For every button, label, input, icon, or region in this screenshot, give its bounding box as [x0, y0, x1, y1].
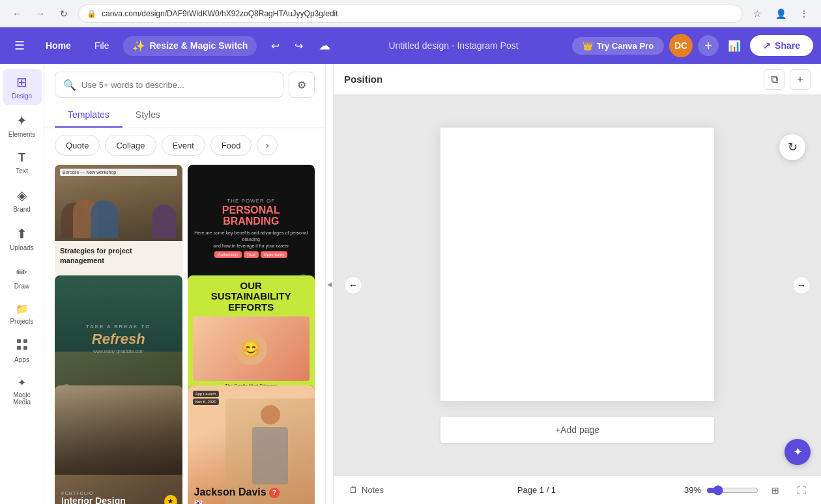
canvas-copy-button[interactable]: ⧉ [764, 69, 785, 90]
strategies-header: Borcolle — New workshop [60, 169, 177, 176]
svg-rect-1 [23, 339, 27, 343]
svg-rect-0 [17, 339, 21, 343]
zoom-slider[interactable] [706, 485, 758, 496]
tab-styles[interactable]: Styles [122, 103, 173, 128]
jackson-chip-row-2: Nov 6, 2020 [193, 399, 310, 405]
browser-profile-button[interactable]: 👤 [771, 5, 790, 23]
sidebar-item-draw[interactable]: ✏ Draw [3, 259, 42, 295]
jackson-flag: 🇰🇷 [194, 499, 202, 504]
strategies-title: Strategies for project management [60, 246, 177, 265]
tab-templates[interactable]: Templates [55, 103, 122, 128]
address-bar[interactable]: 🔒 canva.com/design/DAF9tWldKW0/hX92zoQ8R… [78, 5, 743, 23]
browser-star-button[interactable]: ☆ [748, 5, 766, 23]
notes-button[interactable]: 🗒 Notes [344, 483, 389, 497]
nav-chart-button[interactable]: 📊 [724, 35, 745, 56]
view-grid-button[interactable]: ⊞ [766, 481, 785, 499]
fullscreen-button[interactable]: ⛶ [792, 481, 811, 499]
chip-event[interactable]: Event [162, 135, 205, 156]
draw-icon: ✏ [16, 264, 27, 280]
nav-file-button[interactable]: File [85, 36, 119, 55]
browser-forward-button[interactable]: → [31, 5, 50, 23]
strategies-header-text: Borcolle — New workshop [63, 170, 116, 175]
nav-cloud-button[interactable]: ☁ [314, 35, 335, 56]
nav-home-button[interactable]: Home [36, 36, 80, 55]
sidebar-item-apps[interactable]: Apps [3, 333, 42, 369]
sidebar-item-projects[interactable]: 📁 Projects [3, 298, 42, 330]
interior-title: Interior Design [61, 496, 126, 504]
template-card-strategies[interactable]: Borcolle — New workshop Strategies for p… [55, 165, 182, 292]
sidebar-item-label: Design [12, 92, 32, 100]
nav-redo-button[interactable]: ↪ [288, 35, 309, 56]
browser-menu-button[interactable]: ⋮ [795, 5, 813, 23]
interior-label: PORTFOLIO [61, 491, 93, 496]
sidebar-item-brand[interactable]: ◈ Brand [3, 182, 42, 218]
avatar[interactable]: DC [669, 34, 693, 57]
nav-magic-switch-button[interactable]: ✨ Resize & Magic Switch [123, 36, 257, 56]
branding-title: THE POWER OF PERSONALBRANDING [222, 199, 280, 227]
sidebar-item-label: Text [16, 167, 27, 175]
template-card-interior[interactable]: PORTFOLIO Interior Design ★ [55, 385, 182, 504]
chip-collage[interactable]: Collage [105, 135, 156, 156]
jackson-name: Jackson Davis [194, 486, 266, 498]
magic-icon: ✨ [132, 40, 145, 52]
nav-plus-button[interactable]: + [698, 35, 719, 56]
left-panel: 🔍 ⚙ Templates Styles Quote Collage Event… [44, 64, 326, 504]
projects-icon: 📁 [16, 303, 29, 315]
nav-undo-button[interactable]: ↩ [265, 35, 285, 56]
search-input[interactable] [81, 80, 275, 90]
browser-back-button[interactable]: ← [8, 5, 26, 23]
refresh-subtitle: TAKE A BREAK TO [86, 324, 151, 329]
nav-hamburger-button[interactable]: ☰ [8, 34, 31, 57]
sidebar-item-uploads[interactable]: ⬆ Uploads [3, 221, 42, 257]
branding-chip: Trust [244, 251, 259, 258]
canvas-nav-left[interactable]: ← [344, 276, 362, 294]
template-card-jackson[interactable]: App Launch Nov 6, 2020 Jackson Davis ? 🇰… [188, 385, 315, 504]
lock-icon: 🔒 [87, 9, 96, 18]
template-grid: Borcolle — New workshop Strategies for p… [44, 162, 325, 504]
share-label: Share [775, 40, 800, 51]
refresh-footer: www.really greatsite.com [93, 349, 143, 354]
template-card-sustainability[interactable]: OURSUSTAINABILITYEFFORTS 😊 The Gentle Ki… [188, 275, 315, 403]
panel-tabs: Templates Styles [44, 103, 325, 128]
sidebar-item-label: Draw [14, 283, 29, 290]
canvas-toolbar-title: Position [344, 74, 758, 85]
sidebar-item-label: Brand [13, 206, 31, 213]
crown-icon: 👑 [583, 41, 593, 51]
canvas-add-button[interactable]: + [790, 69, 811, 90]
help-button[interactable]: ✦ [785, 439, 811, 465]
branding-chips: Authenticity Trust Opportunity [214, 251, 287, 258]
canvas-area: Position ⧉ + ← + Add page → ↻ [334, 64, 821, 504]
brand-icon: ◈ [17, 188, 27, 203]
add-page-icon: + [555, 425, 560, 435]
search-area: 🔍 ⚙ [44, 64, 325, 103]
canvas-nav-right[interactable]: → [792, 276, 811, 294]
sidebar-item-design[interactable]: ⊞ Design [3, 69, 42, 105]
sidebar-item-text[interactable]: T Text [3, 146, 42, 180]
chip-quote[interactable]: Quote [55, 135, 100, 156]
template-card-refresh[interactable]: TAKE A BREAK TO Refresh www.really great… [55, 275, 182, 403]
jackson-chip-row: App Launch [193, 391, 310, 397]
browser-refresh-button[interactable]: ↻ [55, 5, 73, 23]
canvas-scroll[interactable]: ← + Add page → ↻ [334, 95, 821, 475]
zoom-controls: 39% [684, 485, 758, 496]
branding-chip: Opportunity [261, 251, 287, 258]
nav-pro-button[interactable]: 👑 Try Canva Pro [572, 37, 664, 55]
sidebar-item-label: Uploads [10, 244, 34, 251]
filter-button[interactable]: ⚙ [289, 72, 315, 98]
sidebar-item-label: Magic Media [5, 391, 39, 406]
nav-history: ↩ ↪ [265, 35, 309, 56]
uploads-icon: ⬆ [16, 226, 27, 242]
canvas-refresh-button[interactable]: ↻ [779, 134, 805, 160]
canvas-toolbar: Position ⧉ + [334, 64, 821, 95]
nav-share-button[interactable]: ↗ Share [750, 35, 813, 56]
sustainability-face: 😊 [235, 333, 267, 365]
interior-gradient [55, 385, 182, 475]
chip-food[interactable]: Food [210, 135, 252, 156]
template-card-branding[interactable]: THE POWER OF PERSONALBRANDING Here are s… [188, 165, 315, 292]
page-info: Page 1 / 1 [397, 485, 676, 495]
chip-more-button[interactable]: › [257, 135, 278, 156]
sidebar-item-elements[interactable]: ✦ Elements [3, 107, 42, 143]
add-page-button[interactable]: + Add page [440, 417, 714, 443]
panel-divider[interactable]: ◀ [326, 64, 334, 504]
sidebar-item-magic-media[interactable]: ✦ Magic Media [3, 371, 42, 411]
